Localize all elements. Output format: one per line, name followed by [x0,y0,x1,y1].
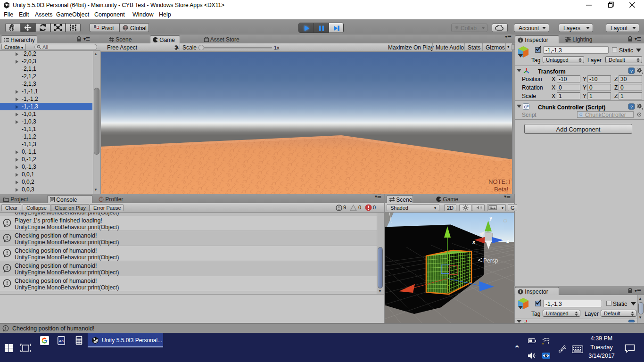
svg-text:#: # [527,104,529,107]
svg-text:Aa: Aa [59,339,64,343]
svg-text:?: ? [630,105,633,109]
svg-text:?: ? [630,69,633,74]
svg-text:y: y [489,215,493,221]
svg-text:z: z [506,238,509,244]
svg-text:Persp: Persp [483,257,498,264]
svg-text:C: C [579,113,582,117]
svg-text:Beta!: Beta! [494,186,508,193]
svg-text:x: x [472,239,476,245]
svg-text:NOTE: I: NOTE: I [488,178,511,185]
